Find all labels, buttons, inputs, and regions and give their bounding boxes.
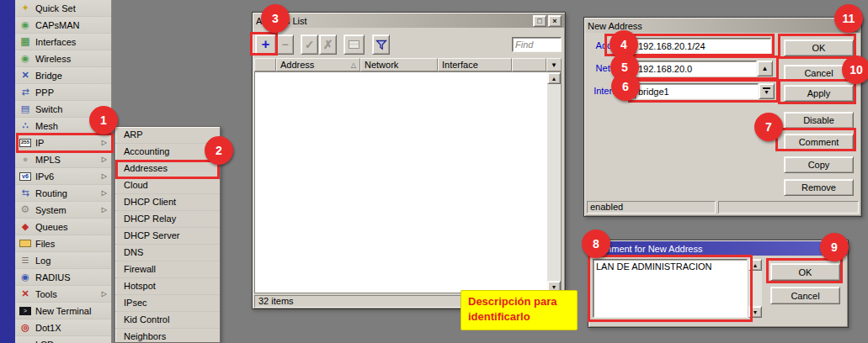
sidebar-item-label: Wireless xyxy=(35,54,71,64)
sidebar-item-label: MPLS xyxy=(35,155,61,165)
sidebar-item-label: Files xyxy=(35,239,55,249)
maximize-button[interactable]: □ xyxy=(533,15,546,27)
sidebar-item-new-terminal[interactable]: New Terminal xyxy=(15,303,111,319)
interface-dropdown-button[interactable]: ▼ xyxy=(759,83,775,99)
sidebar-item-system[interactable]: System▷ xyxy=(15,202,111,219)
sidebar-item-label: Bridge xyxy=(35,71,62,81)
sidebar-item-label: Queues xyxy=(35,222,68,232)
menu-item-hotspot[interactable]: Hotspot xyxy=(115,278,220,295)
column-menu-button[interactable]: ▼ xyxy=(546,58,562,71)
sidebar-item-ip[interactable]: IP▷ xyxy=(15,135,111,151)
network-spinner-button[interactable]: ▲ xyxy=(757,61,773,77)
step-badge-11: 11 xyxy=(834,4,863,33)
remove-address-button[interactable]: − xyxy=(276,34,294,55)
sidebar-item-capsman[interactable]: CAPsMAN xyxy=(15,17,111,34)
menu-item-neighbors[interactable]: Neighbors xyxy=(115,329,220,343)
plus-icon: + xyxy=(262,36,270,53)
dialog-title: New Address xyxy=(588,21,642,31)
ok-button[interactable]: OK xyxy=(784,40,854,56)
comment-toolbar-button[interactable] xyxy=(343,34,365,55)
minus-icon: − xyxy=(281,38,288,51)
menu-item-kid-control[interactable]: Kid Control xyxy=(115,312,220,329)
column-label: Address xyxy=(280,60,314,70)
menu-item-addresses[interactable]: Addresses xyxy=(115,161,220,177)
find-input[interactable] xyxy=(513,38,561,51)
copy-button[interactable]: Copy xyxy=(784,156,854,173)
column-header-spare xyxy=(512,58,546,71)
menu-item-dns[interactable]: DNS xyxy=(115,245,220,261)
disable-button[interactable]: Disable xyxy=(784,112,854,129)
menu-item-cloud[interactable]: Cloud xyxy=(115,177,220,194)
scroll-up-icon[interactable]: ▲ xyxy=(748,259,762,271)
address-list-rows[interactable] xyxy=(255,72,547,293)
column-header-blank[interactable] xyxy=(254,58,276,71)
scroll-down-icon[interactable]: ▼ xyxy=(748,306,762,318)
sidebar-item-label: IPv6 xyxy=(35,172,54,182)
close-button[interactable]: × xyxy=(548,15,562,27)
comment-scrollbar[interactable]: ▲ ▼ xyxy=(748,259,762,318)
column-header-network[interactable]: Network xyxy=(360,58,438,71)
menu-item-dhcp-relay[interactable]: DHCP Relay xyxy=(115,211,220,228)
remove-button[interactable]: Remove xyxy=(784,179,854,196)
column-header-address[interactable]: Address△ xyxy=(276,58,360,71)
button-label: Apply xyxy=(807,88,831,98)
sidebar-item-label: New Terminal xyxy=(35,306,91,316)
menu-item-dhcp-client[interactable]: DHCP Client xyxy=(115,194,220,211)
sort-ascending-icon: △ xyxy=(351,61,356,69)
comment-ok-button[interactable]: OK xyxy=(770,263,840,281)
menu-item-arp[interactable]: ARP xyxy=(115,127,220,144)
sidebar-item-log[interactable]: Log xyxy=(15,252,111,269)
address-list-table: ▲ ▼ xyxy=(254,71,562,293)
button-label: OK xyxy=(799,267,812,277)
submenu-arrow-icon: ▷ xyxy=(102,139,111,146)
sidebar-item-label: PPP xyxy=(35,87,54,98)
comment-textarea[interactable]: LAN DE ADMINISTRACION xyxy=(593,259,748,318)
comment-dialog-titlebar[interactable]: Comment for New Address × xyxy=(589,241,847,256)
menu-item-ipsec[interactable]: IPsec xyxy=(115,295,220,312)
sidebar-item-bridge[interactable]: Bridge xyxy=(15,67,111,84)
scroll-up-icon[interactable]: ▲ xyxy=(547,72,561,84)
sidebar-item-routing[interactable]: Routing▷ xyxy=(15,185,111,202)
radius-users-icon xyxy=(19,272,31,282)
sidebar-item-ppp[interactable]: PPP xyxy=(15,84,111,101)
ip-255-icon xyxy=(19,139,31,147)
sidebar-item-interfaces[interactable]: Interfaces xyxy=(15,34,111,50)
column-header-interface[interactable]: Interface xyxy=(438,58,512,71)
routing-arrows-icon xyxy=(19,187,31,198)
menu-item-dhcp-server[interactable]: DHCP Server xyxy=(115,228,220,245)
address-list-titlebar[interactable]: Address List □ × xyxy=(253,13,564,28)
wand-icon xyxy=(19,3,31,13)
vertical-scrollbar[interactable]: ▲ ▼ xyxy=(547,72,561,293)
enable-button[interactable]: ✓ xyxy=(301,34,318,55)
button-label: Copy xyxy=(808,160,830,170)
network-field xyxy=(635,61,757,77)
comment-button[interactable]: Comment xyxy=(784,134,854,150)
bridge-icon xyxy=(19,70,31,81)
sidebar-item-lcd[interactable]: LCD xyxy=(15,336,111,343)
disable-button[interactable]: ✗ xyxy=(319,34,337,55)
sidebar-item-tools[interactable]: Tools▷ xyxy=(15,286,111,303)
filter-button[interactable] xyxy=(372,34,390,55)
network-input[interactable] xyxy=(636,61,756,76)
button-label: OK xyxy=(812,43,826,53)
sidebar-item-ipv6[interactable]: IPv6▷ xyxy=(15,168,111,185)
sidebar-item-files[interactable]: Files xyxy=(15,235,111,252)
address-input[interactable] xyxy=(636,39,770,53)
scrollbar-track[interactable] xyxy=(547,84,561,281)
menu-item-firewall[interactable]: Firewall xyxy=(115,261,220,278)
apply-button[interactable]: Apply xyxy=(784,85,854,102)
comment-cancel-button[interactable]: Cancel xyxy=(770,287,840,304)
step-badge-6: 6 xyxy=(611,72,640,101)
sidebar-item-mpls[interactable]: MPLS▷ xyxy=(15,151,111,168)
sidebar-item-quick-set[interactable]: Quick Set xyxy=(15,0,111,17)
add-address-button[interactable]: + xyxy=(255,34,276,55)
scrollbar-track[interactable] xyxy=(748,271,762,306)
sidebar-item-queues[interactable]: Queues xyxy=(15,219,111,235)
main-menu-sidebar: Quick Set CAPsMAN Interfaces Wireless Br… xyxy=(15,0,112,343)
check-icon: ✓ xyxy=(305,38,315,51)
sidebar-item-radius[interactable]: RADIUS xyxy=(15,269,111,286)
interface-input[interactable] xyxy=(636,84,758,98)
sidebar-item-dot1x[interactable]: Dot1X xyxy=(15,319,111,336)
tools-wrench-icon xyxy=(19,288,31,299)
sidebar-item-wireless[interactable]: Wireless xyxy=(15,50,111,67)
